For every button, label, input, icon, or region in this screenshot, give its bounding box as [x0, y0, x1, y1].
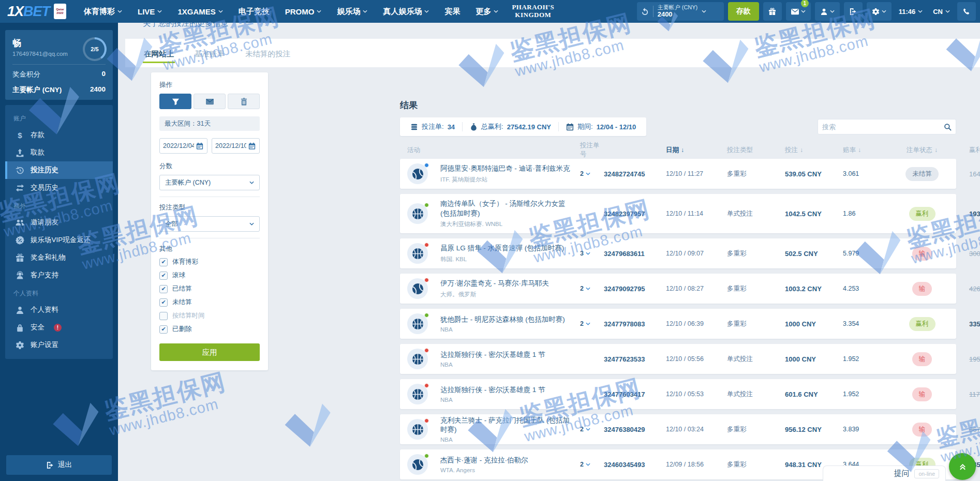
checkbox-icon	[159, 312, 168, 320]
checkbox-已删除[interactable]: ✔已删除	[159, 325, 260, 334]
bet-type: 多重彩	[727, 284, 785, 293]
time-selector[interactable]: 11:46	[896, 8, 926, 16]
bet-title[interactable]: 伊万·谢尔盖奇克 - 马赛尔·库马耶夫	[440, 279, 580, 288]
checkbox-label: 按结算时间	[172, 311, 205, 320]
delete-all-button[interactable]	[228, 94, 260, 109]
nav-item-4[interactable]: 电子竞技	[239, 7, 270, 17]
calendar-icon	[566, 123, 574, 131]
bet-type-select[interactable]: 全部	[159, 216, 260, 232]
nav-item-9[interactable]: 更多	[476, 7, 498, 17]
checkbox-已结算[interactable]: ✔已结算	[159, 284, 260, 293]
legs-expander[interactable]: 3	[580, 250, 604, 257]
status-dot	[424, 163, 429, 168]
deposit-button[interactable]: 存款	[728, 2, 759, 21]
bet-title[interactable]: 达拉斯独行侠 - 密尔沃基雄鹿 1 节	[440, 385, 580, 395]
checkbox-icon: ✔	[159, 325, 168, 334]
nav-item-3[interactable]: 1XGAMES	[177, 7, 222, 16]
bet-title[interactable]: 杰西卡·蓬谢 - 克拉拉·伯勒尔	[440, 456, 580, 465]
bet-title[interactable]: 克利夫兰骑士 - 萨克拉门托国王队 (包括加时赛)	[440, 416, 580, 434]
checkbox-体育博彩[interactable]: ✔体育博彩	[159, 258, 260, 266]
bet-title[interactable]: 昌原 LG 猎隼 - 水原音速彈 (包括加时赛)	[440, 244, 580, 253]
account-select[interactable]: 主要帐户 (CNY)	[159, 175, 260, 190]
nav-item-2[interactable]: LIVE	[138, 7, 162, 16]
nav-item-1[interactable]: 体育博彩	[84, 7, 122, 17]
account-selector[interactable]: 主要帐户 (CNY) 2400	[637, 2, 724, 21]
language-selector[interactable]: CN	[930, 8, 953, 16]
search-icon[interactable]	[944, 123, 952, 131]
legs-expander[interactable]: 2	[580, 320, 604, 327]
chevron-down-icon	[586, 428, 590, 431]
legs-expander[interactable]: 2	[580, 170, 604, 177]
bet-title[interactable]: 达拉斯独行侠 - 密尔沃基雄鹿 1 节	[440, 350, 580, 359]
checkbox-滚球[interactable]: ✔滚球	[159, 271, 260, 280]
settings-button[interactable]	[867, 2, 892, 21]
mail-export-button[interactable]	[194, 94, 226, 109]
messages-button[interactable]: 1	[786, 2, 811, 21]
nav-item-5[interactable]: PROMO	[285, 7, 322, 16]
tab-1[interactable]: 在网站上	[143, 49, 175, 67]
bet-date: 12/09 / 18:56	[666, 461, 727, 468]
profile-level-ring[interactable]: 2/5	[83, 37, 107, 61]
table-row: 达拉斯独行侠 - 密尔沃基雄鹿 1 节NBA3247762353312/10 /…	[400, 344, 956, 374]
sidebar-item-cashback[interactable]: 娱乐场VIP现金返还	[5, 231, 113, 249]
sidebar-item-people[interactable]: 邀请朋友	[5, 214, 113, 231]
results-title: 结果	[400, 99, 956, 111]
sidebar-item-transfer[interactable]: 交易历史	[5, 179, 113, 197]
sidebar-item-gift[interactable]: 奖金和礼物	[5, 249, 113, 266]
chevrons-up-icon	[959, 463, 967, 471]
nav-item-8[interactable]: 宾果	[444, 7, 460, 17]
col-header-5[interactable]: 投注↓	[785, 146, 843, 155]
apply-button[interactable]: 应用	[159, 343, 260, 361]
sidebar-item-dollar[interactable]: $存款	[5, 126, 113, 144]
search-input[interactable]	[822, 123, 944, 131]
scroll-top-button[interactable]	[949, 453, 976, 480]
logout-button[interactable]: 退出	[6, 455, 112, 475]
tab-3[interactable]: 未结算的投注	[244, 49, 291, 67]
legs-expander[interactable]: 2	[580, 285, 604, 292]
calendar-icon[interactable]	[248, 142, 256, 150]
bet-title[interactable]: 犹他爵士 - 明尼苏达森林狼 (包括加时赛)	[440, 315, 580, 324]
bet-title[interactable]: 阿德里安·奥耶特滋巴奇 - 迪诺·普利兹米克	[440, 164, 580, 173]
profile-button[interactable]	[815, 2, 840, 21]
calendar-icon[interactable]	[196, 142, 204, 150]
nav-item-7[interactable]: 真人娱乐场	[383, 7, 429, 17]
sport-chip	[407, 313, 428, 334]
sidebar-item-support[interactable]: 客户支持	[5, 266, 113, 284]
logout-icon	[849, 8, 857, 16]
promo-game-link[interactable]: PHARAOH'SKINGDOM	[512, 4, 554, 19]
checkbox-按结算时间[interactable]: 按结算时间	[159, 311, 260, 320]
col-header-6[interactable]: 赔率↓	[843, 146, 892, 155]
brand-logo[interactable]: 1XBET Qatar2022	[7, 4, 66, 20]
bet-type: 多重彩	[727, 320, 785, 328]
chat-widget[interactable]: 提问 on-line	[823, 465, 946, 481]
sidebar-item-withdraw[interactable]: 取款	[5, 144, 113, 161]
people-icon	[16, 218, 24, 227]
gift-icon	[16, 253, 24, 262]
phone-support-button[interactable]	[957, 2, 976, 21]
gifts-button[interactable]	[763, 2, 782, 21]
status-dot	[424, 454, 429, 458]
col-header-7[interactable]: 注单状态↓	[892, 146, 953, 155]
chevron-down-icon	[117, 10, 122, 13]
legs-expander[interactable]: 2	[580, 426, 604, 433]
checkbox-未结算[interactable]: ✔未结算	[159, 298, 260, 307]
sidebar-item-history[interactable]: 投注历史	[5, 161, 113, 179]
nav-item-6[interactable]: 娱乐场	[337, 7, 367, 17]
sidebar-item-gear[interactable]: 账户设置	[5, 336, 113, 354]
filter-mode-button[interactable]	[159, 94, 191, 109]
status-badge: 赢利	[909, 317, 936, 331]
chevron-down-icon	[494, 10, 498, 13]
bet-title[interactable]: 南边传单队（女子） - 汤斯维尔火力女篮 (包括加时赛)	[440, 199, 580, 218]
col-header-3[interactable]: 日期↓	[666, 146, 727, 155]
logout-button-top[interactable]	[844, 2, 863, 21]
sidebar-item-person[interactable]: 个人资料	[5, 301, 113, 319]
refresh-icon[interactable]	[641, 8, 649, 16]
bet-rows: 阿德里安·奥耶特滋巴奇 - 迪诺·普利兹米克ITF. 莫纳斯提尔站2324827…	[400, 159, 956, 481]
legs-expander[interactable]: 2	[580, 461, 604, 468]
chevron-down-icon	[218, 10, 223, 13]
date-to-input[interactable]: 2022/12/10	[212, 138, 260, 154]
date-from-input[interactable]: 2022/12/04	[159, 138, 207, 154]
sidebar-item-lock[interactable]: 安全!	[5, 319, 113, 336]
bet-date: 12/10 / 05:53	[666, 390, 727, 398]
tab-2[interactable]: 基准赔率	[194, 49, 226, 67]
